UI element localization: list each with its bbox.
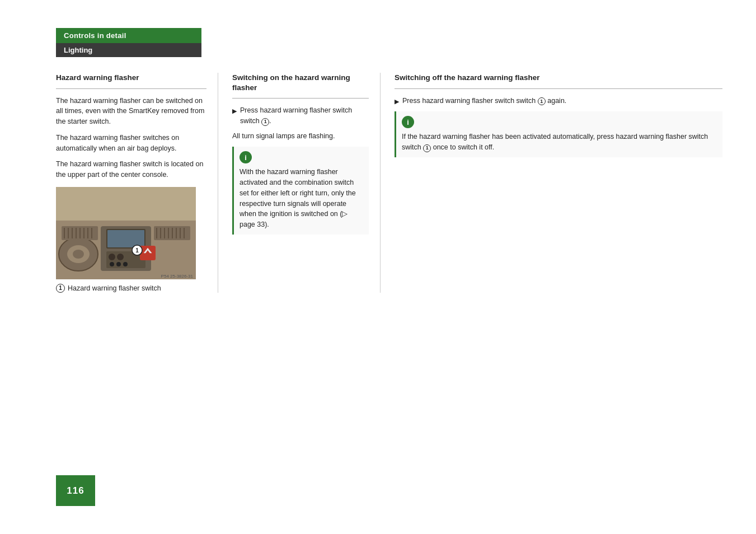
section-title-text: Controls in detail [64,31,126,40]
middle-bullet-item: ▶ Press hazard warning flasher switch sw… [232,105,369,127]
image-caption-line: 1 Hazard warning flasher switch [56,284,206,293]
right-divider [395,88,722,89]
middle-info-box: i With the hazard warning flasher activa… [232,147,369,235]
svg-text:1: 1 [135,247,139,254]
middle-bullet-text: Press hazard warning flasher switch swit… [240,105,369,127]
svg-point-6 [109,254,115,260]
right-bullet-item: ▶ Press hazard warning flasher switch sw… [395,96,722,106]
right-section-title: Switching off the hazard warning flasher [395,73,722,83]
header-section: Controls in detail Lighting [56,28,201,57]
right-bullet-text: Press hazard warning flasher switch swit… [402,96,566,106]
svg-point-10 [123,262,128,266]
right-info-icon: i [402,116,414,128]
right-info-box: i If the hazard warning flasher has been… [395,111,722,157]
svg-text:P54 25-3826-31: P54 25-3826-31 [161,274,194,279]
middle-section-title: Switching on the hazard warning flasher [232,73,369,92]
right-bullet-arrow: ▶ [395,97,399,106]
svg-point-7 [117,254,124,260]
left-para-1: The hazard warning flasher can be switch… [56,96,206,127]
content-area: Hazard warning flasher The hazard warnin… [56,73,722,293]
svg-point-8 [110,262,114,266]
caption-circle-num: 1 [56,284,65,293]
middle-info-icon: i [240,151,252,163]
section-title-bar: Controls in detail [56,28,201,43]
col-middle: Switching on the hazard warning flasher … [218,73,381,293]
car-image: 1 [56,187,196,279]
right-info-text: If the hazard warning flasher has been a… [402,132,717,153]
left-para-2: The hazard warning flasher switches on a… [56,133,206,154]
left-divider [56,88,206,89]
middle-divider [232,98,369,99]
col-left: Hazard warning flasher The hazard warnin… [56,73,218,293]
svg-rect-4 [107,230,144,247]
middle-sub-text: All turn signal lamps are flashing. [232,131,369,142]
svg-point-18 [73,250,84,259]
left-section-title: Hazard warning flasher [56,73,206,83]
right-bullet-num: 1 [538,97,546,105]
middle-bullet-arrow: ▶ [232,106,237,116]
svg-point-9 [116,262,121,266]
caption-text: Hazard warning flasher switch [68,284,161,292]
left-para-3: The hazard warning flasher switch is loc… [56,159,206,180]
col-right: Switching off the hazard warning flasher… [381,73,722,293]
middle-bullet-num: 1 [261,118,269,126]
dashboard-svg: 1 [56,187,196,279]
middle-info-text: With the hazard warning flasher activate… [240,167,363,230]
subsection-title-text: Lighting [64,46,92,54]
page-container: Controls in detail Lighting Hazard warni… [0,0,756,534]
subsection-title-bar: Lighting [56,43,201,57]
page-number-text: 116 [67,485,84,496]
right-info-num: 1 [423,144,431,152]
page-number-box: 116 [56,475,95,506]
